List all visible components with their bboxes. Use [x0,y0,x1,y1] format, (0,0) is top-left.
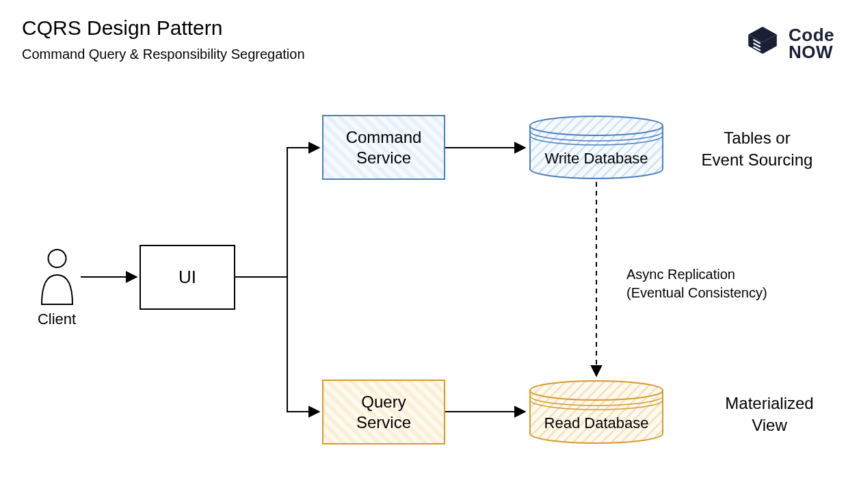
logo-text: CodeNOW [789,27,834,60]
query-service-label: Query Service [356,392,411,433]
diagram-subtitle: Command Query & Responsibility Segregati… [22,47,305,62]
read-db-annotation: Materialized View [711,393,828,437]
write-database-node: Write Database [528,115,665,180]
write-database-label: Write Database [528,150,665,168]
svg-point-12 [530,381,663,400]
command-service-node: Command Service [322,115,445,180]
svg-point-9 [530,116,663,135]
codenow-logo: CodeNOW [745,25,834,63]
read-database-node: Read Database [528,380,665,445]
read-database-label: Read Database [528,414,665,432]
arrow-ui-to-query [235,277,319,412]
command-service-label: Command Service [346,127,422,168]
ui-node: UI [140,245,235,310]
query-service-node: Query Service [322,380,445,445]
client-label: Client [26,310,88,328]
arrow-ui-to-command [235,148,319,277]
svg-point-6 [49,250,66,267]
person-icon [38,248,76,308]
diagram-title: CQRS Design Pattern [22,16,222,40]
ui-node-label: UI [179,266,196,289]
write-db-annotation: Tables or Event Sourcing [685,127,829,172]
replication-annotation: Async Replication (Eventual Consistency) [626,265,767,302]
stack-icon [745,25,780,63]
